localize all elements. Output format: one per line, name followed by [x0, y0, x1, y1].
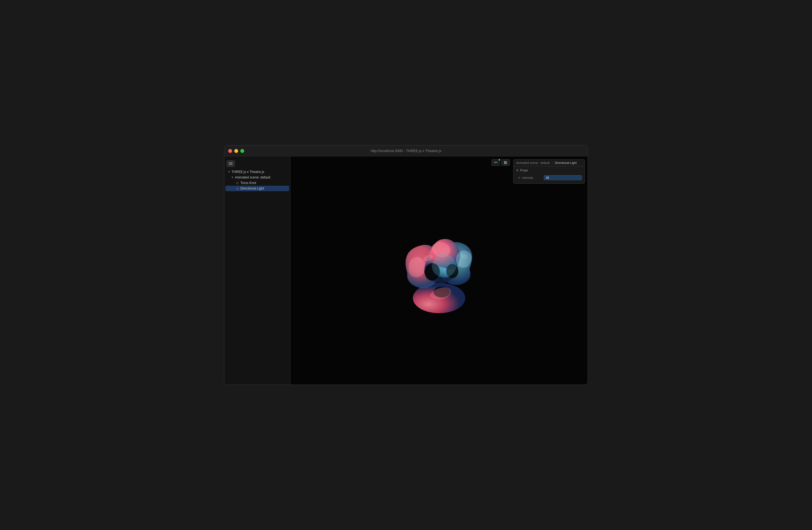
torus-knot-svg: [384, 218, 494, 323]
main-window: http://localhost:3000 - THREE.js x Theat…: [224, 145, 588, 385]
intensity-prop-row: intensity 30: [516, 174, 582, 181]
svg-point-12: [504, 161, 505, 162]
intensity-label: intensity: [522, 176, 541, 179]
tree-scene-label: Animated scene: default: [235, 175, 287, 179]
svg-rect-1: [229, 163, 233, 164]
left-panel: ▼ THREE.js x Theatre.js ▼ Animated scene…: [224, 157, 291, 385]
panel-toolbar: [224, 159, 290, 169]
panel-menu-button[interactable]: [227, 160, 235, 167]
svg-rect-0: [229, 162, 233, 163]
tree-root-item[interactable]: ▼ THREE.js x Theatre.js: [226, 169, 289, 175]
window-title: http://localhost:3000 - THREE.js x Theat…: [371, 149, 441, 153]
settings-icon: [504, 161, 507, 164]
props-header: Props: [516, 168, 582, 172]
tree-root-label: THREE.js x Theatre.js: [232, 170, 287, 174]
traffic-lights: [228, 149, 244, 153]
light-icon: ⊡: [235, 187, 239, 190]
prop-dot-icon: [519, 177, 520, 178]
right-panel-header: Animated scene : default → Directional L…: [513, 160, 585, 166]
intensity-value-text: 30: [546, 176, 549, 179]
breadcrumb-scene: Animated scene : default: [516, 161, 550, 164]
props-label: Props: [520, 168, 528, 172]
more-icon: •••: [494, 161, 497, 164]
breadcrumb-arrow: →: [551, 161, 554, 164]
content-area: ▼ THREE.js x Theatre.js ▼ Animated scene…: [224, 157, 588, 385]
right-panel: Animated scene : default → Directional L…: [513, 159, 585, 184]
status-indicator: [498, 159, 500, 161]
props-section: Props intensity 30: [513, 166, 585, 183]
svg-point-13: [506, 162, 507, 163]
intensity-value[interactable]: 30: [544, 175, 582, 180]
scene-tree: ▼ THREE.js x Theatre.js ▼ Animated scene…: [224, 169, 290, 191]
tree-torus-item[interactable]: ⊡ Torus Knot: [226, 180, 289, 186]
tree-light-label: Directional Light: [240, 187, 287, 190]
maximize-button[interactable]: [240, 149, 244, 153]
chevron-down-icon: ▼: [228, 171, 230, 173]
top-right-toolbar: •••: [491, 159, 510, 166]
tree-light-item[interactable]: ⊡ Directional Light: [226, 186, 289, 191]
more-options-button[interactable]: •••: [491, 159, 500, 166]
object-icon: ⊡: [235, 181, 239, 185]
minimize-button[interactable]: [234, 149, 238, 153]
svg-point-14: [504, 163, 506, 164]
close-button[interactable]: [228, 149, 232, 153]
tree-scene-item[interactable]: ▼ Animated scene: default: [226, 175, 289, 180]
tree-torus-label: Torus Knot: [240, 181, 287, 185]
canvas-area: [291, 157, 588, 385]
svg-rect-2: [229, 164, 233, 165]
props-dot-icon: [516, 169, 519, 171]
breadcrumb: Animated scene : default → Directional L…: [516, 161, 577, 164]
torus-knot-render: [384, 218, 494, 323]
titlebar: http://localhost:3000 - THREE.js x Theat…: [224, 145, 588, 157]
breadcrumb-object: Directional Light: [555, 161, 577, 164]
settings-button[interactable]: [501, 159, 510, 166]
chevron-down-icon: ▼: [231, 176, 234, 179]
